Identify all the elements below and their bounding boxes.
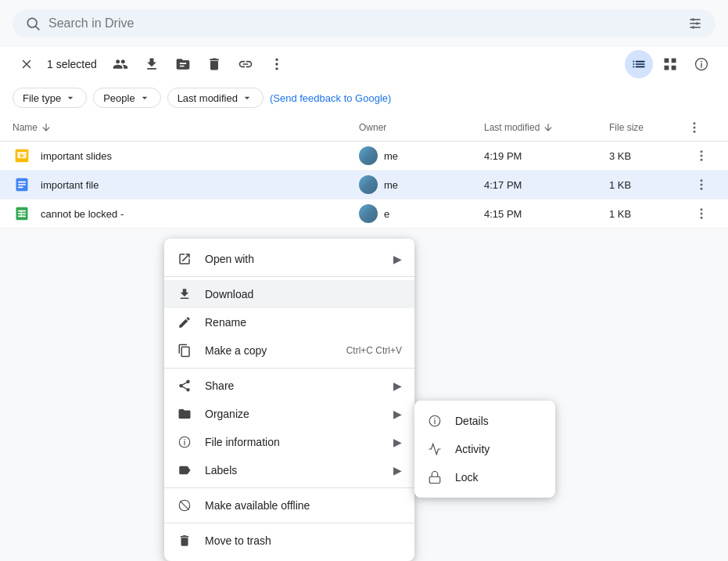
modified-column-header[interactable]: Last modified <box>484 122 609 133</box>
menu-divider <box>164 487 414 488</box>
name-column-header[interactable]: Name <box>13 122 359 133</box>
people-filter[interactable]: People <box>93 88 160 108</box>
grid-view-button[interactable] <box>656 50 684 78</box>
row-more-button[interactable] <box>687 149 715 163</box>
file-list-header: Name Owner Last modified File size <box>0 114 728 142</box>
last-modified-filter[interactable]: Last modified <box>167 88 264 108</box>
people-label: People <box>103 92 134 104</box>
organize-icon <box>177 406 192 422</box>
row-more-button[interactable] <box>687 178 715 192</box>
menu-item-offline[interactable]: Make available offline <box>164 491 414 520</box>
organize-label: Organize <box>205 408 381 420</box>
menu-item-labels[interactable]: Labels ▶ <box>164 456 414 484</box>
copy-shortcut: Ctrl+C Ctrl+V <box>346 345 402 356</box>
svg-point-9 <box>275 63 278 65</box>
menu-item-download[interactable]: Download <box>164 280 414 308</box>
close-button[interactable] <box>13 50 41 78</box>
toolbar-right <box>625 50 715 78</box>
info-circle-icon <box>177 434 192 450</box>
trash-label: Move to trash <box>205 534 402 547</box>
svg-point-35 <box>701 208 703 210</box>
file-name: cannot be locked - <box>41 208 359 220</box>
filter-sliders-icon[interactable] <box>687 16 703 31</box>
svg-rect-33 <box>18 216 26 218</box>
size-column-header: File size <box>609 122 687 133</box>
submenu-item-activity[interactable]: Activity <box>414 435 555 463</box>
arrow-icon: ▶ <box>393 464 402 476</box>
svg-point-0 <box>27 18 37 27</box>
submenu-item-details[interactable]: Details <box>414 407 555 435</box>
menu-item-organize[interactable]: Organize ▶ <box>164 400 414 428</box>
svg-point-29 <box>701 188 703 190</box>
menu-item-open-with[interactable]: Open with ▶ <box>164 245 414 273</box>
svg-point-6 <box>696 22 698 24</box>
file-info-submenu: Details Activity Lock <box>414 401 555 498</box>
svg-point-16 <box>694 131 696 133</box>
info-button[interactable] <box>687 50 715 78</box>
feedback-link[interactable]: (Send feedback to Google) <box>270 92 391 104</box>
menu-divider <box>164 523 414 523</box>
search-icon <box>25 16 41 31</box>
search-input[interactable] <box>48 16 680 31</box>
svg-point-15 <box>694 127 696 129</box>
owner-cell: me <box>359 175 484 194</box>
menu-item-file-info[interactable]: File information ▶ <box>164 428 414 456</box>
modified-cell: 4:17 PM <box>484 179 609 191</box>
file-list: Name Owner Last modified File size impor… <box>0 114 728 228</box>
offline-icon <box>177 498 192 513</box>
table-row[interactable]: cannot be locked - e 4:15 PM 1 KB <box>0 200 728 228</box>
menu-item-make-copy[interactable]: Make a copy Ctrl+C Ctrl+V <box>164 336 414 365</box>
share-label: Share <box>205 379 381 392</box>
svg-point-21 <box>701 155 703 157</box>
activity-label: Activity <box>455 443 543 455</box>
menu-divider <box>164 276 414 277</box>
file-type-filter[interactable]: File type <box>13 88 87 108</box>
link-button[interactable] <box>231 50 260 78</box>
owner-cell: e <box>359 204 484 223</box>
lock-label: Lock <box>455 471 543 484</box>
selected-count: 1 selected <box>47 58 97 70</box>
menu-divider <box>164 368 414 369</box>
menu-item-rename[interactable]: Rename <box>164 308 414 336</box>
download-button[interactable] <box>138 50 166 78</box>
svg-point-37 <box>701 217 703 219</box>
modified-cell: 4:19 PM <box>484 150 609 162</box>
svg-line-42 <box>180 501 188 509</box>
owner-column-header: Owner <box>359 122 484 133</box>
submenu-item-lock[interactable]: Lock <box>414 463 555 491</box>
more-options-button[interactable] <box>263 50 291 78</box>
offline-label: Make available offline <box>205 499 402 512</box>
svg-point-10 <box>275 67 278 70</box>
file-name: important slides <box>41 150 359 162</box>
svg-rect-46 <box>429 476 440 483</box>
search-bar <box>13 9 715 38</box>
move-button[interactable] <box>169 50 197 78</box>
row-more-button[interactable] <box>687 207 715 221</box>
filter-bar: File type People Last modified (Send fee… <box>0 81 728 114</box>
trash-button[interactable] <box>200 50 228 78</box>
svg-point-14 <box>694 122 696 124</box>
rename-label: Rename <box>205 316 402 329</box>
avatar <box>359 204 378 223</box>
open-with-icon <box>177 251 192 267</box>
table-row[interactable]: important slides me 4:19 PM 3 KB <box>0 142 728 171</box>
svg-point-28 <box>701 184 703 186</box>
add-person-button[interactable] <box>106 50 134 78</box>
arrow-icon: ▶ <box>393 408 402 420</box>
more-column-header <box>687 120 715 135</box>
list-view-button[interactable] <box>625 50 653 78</box>
details-label: Details <box>455 415 543 427</box>
svg-rect-31 <box>18 210 26 212</box>
labels-label: Labels <box>205 464 381 476</box>
rename-icon <box>177 315 192 330</box>
size-cell: 3 KB <box>609 150 687 162</box>
svg-point-20 <box>701 150 703 153</box>
menu-item-trash[interactable]: Move to trash <box>164 527 414 555</box>
activity-icon <box>427 441 443 457</box>
menu-item-share[interactable]: Share ▶ <box>164 372 414 400</box>
file-icon-docs <box>13 175 31 194</box>
share-icon <box>177 378 192 394</box>
table-row[interactable]: important file me 4:17 PM 1 KB <box>0 171 728 200</box>
size-cell: 1 KB <box>609 179 687 191</box>
owner-cell: me <box>359 146 484 165</box>
